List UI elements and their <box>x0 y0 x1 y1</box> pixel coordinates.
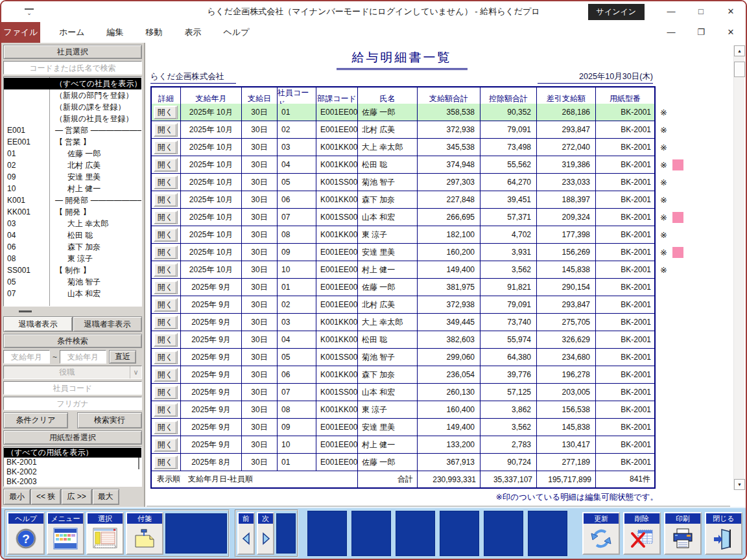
employee-list-item[interactable]: K001 開発部 <box>4 194 141 206</box>
open-detail-button[interactable]: 開く <box>154 386 178 399</box>
employee-list-item[interactable]: 03 大上 幸太郎 <box>4 218 141 229</box>
close-screen-button[interactable]: 閉じる <box>705 512 742 555</box>
table-row[interactable]: 開く 2025年 10月 30日 03 K001KK001 大上 幸太郎 345… <box>152 139 654 156</box>
child-restore-button[interactable]: ❐ <box>686 23 716 42</box>
employee-list-item[interactable]: 08 東 涼子 <box>4 253 141 264</box>
paper-type-item[interactable]: BK-2002 <box>4 467 141 477</box>
open-detail-button[interactable]: 開く <box>154 106 178 119</box>
width-narrow-button[interactable]: << 狭 <box>30 489 61 505</box>
child-minimize-button[interactable]: — <box>656 23 686 42</box>
open-detail-button[interactable]: 開く <box>154 298 178 312</box>
quick-access-chevron-icon[interactable]: ⌄ <box>25 8 34 16</box>
paper-type-item[interactable]: （すべての用紙を表示） <box>4 448 141 458</box>
table-row[interactable]: 開く 2025年 9月 30日 01 E001EE001 佐藤 一郎 381,9… <box>152 279 654 296</box>
employee-list-item[interactable]: （新規の部門を登録） <box>4 89 141 101</box>
update-button[interactable]: 更新 <box>582 512 620 555</box>
open-detail-button[interactable]: 開く <box>154 176 178 189</box>
table-row[interactable]: 開く 2025年 9月 30日 08 K001KK001 東 涼子 160,40… <box>152 401 654 419</box>
paper-type-item[interactable]: BK-2003 <box>4 477 141 487</box>
employee-list-item[interactable]: E001 営業部 <box>4 124 141 136</box>
table-row[interactable]: 開く 2025年 9月 30日 04 K001KK001 松田 聡 382,60… <box>152 331 654 349</box>
table-row[interactable]: 開く 2025年 9月 30日 09 E001EE001 安達 里美 149,4… <box>152 419 654 436</box>
employee-list-item[interactable]: 05 菊池 智子 <box>4 276 141 288</box>
file-tab[interactable]: ファイル <box>1 22 40 43</box>
table-row[interactable]: 開く 2025年 10月 30日 06 K001KK001 森下 加奈 227,… <box>152 191 654 209</box>
chevron-down-icon[interactable]: ∨ <box>130 366 141 379</box>
employee-list-item[interactable]: 07 山本 和宏 <box>4 288 141 299</box>
employee-list-item[interactable]: KK001 【 開発 】 <box>4 206 141 218</box>
open-detail-button[interactable]: 開く <box>154 211 178 224</box>
table-row[interactable]: 開く 2025年 9月 30日 10 E001EE001 村上 健一 133,2… <box>152 436 654 454</box>
menu-item[interactable]: 編集 <box>96 22 135 43</box>
scroll-down-button[interactable]: ▼ <box>734 479 745 490</box>
furigana-input[interactable] <box>3 397 142 410</box>
open-detail-button[interactable]: 開く <box>154 158 178 172</box>
table-row[interactable]: 開く 2025年 10月 30日 08 K001KK001 東 涼子 182,1… <box>152 226 654 244</box>
signin-button[interactable]: サインイン <box>588 4 645 20</box>
prev-button[interactable]: 前 <box>237 512 255 555</box>
employee-list-item[interactable]: 10 村上 健一 <box>4 183 141 194</box>
vertical-scrollbar[interactable]: ▲ ▼ <box>733 45 744 490</box>
employee-list-item[interactable]: 06 森下 加奈 <box>4 241 141 253</box>
employee-list-item[interactable]: SS001 【 制作 】 <box>4 264 141 276</box>
sidebar-splitter-handle[interactable] <box>3 309 142 314</box>
run-search-button[interactable]: 検索実行 <box>77 412 142 428</box>
open-detail-button[interactable]: 開く <box>154 141 178 154</box>
employee-list-item[interactable]: 02 北村 広美 <box>4 159 141 171</box>
clear-conditions-button[interactable]: 条件クリア <box>3 412 68 428</box>
table-row[interactable]: 開く 2025年 9月 30日 02 E001EE001 北村 広美 372,9… <box>152 296 654 314</box>
menu-item[interactable]: 表示 <box>174 22 213 43</box>
table-row[interactable]: 開く 2025年 10月 30日 10 E001EE001 村上 健一 149,… <box>152 261 654 279</box>
table-row[interactable]: 開く 2025年 9月 30日 05 K001SS001 菊池 智子 299,0… <box>152 349 654 366</box>
open-detail-button[interactable]: 開く <box>154 333 178 347</box>
open-detail-button[interactable]: 開く <box>154 246 178 259</box>
table-row[interactable]: 開く 2025年 10月 30日 05 K001SS001 菊池 智子 297,… <box>152 174 654 191</box>
retiree-tab[interactable]: 退職者非表示 <box>73 316 142 332</box>
employee-list-item[interactable]: （新規の課を登録） <box>4 101 141 113</box>
table-row[interactable]: 開く 2025年 9月 30日 03 K001KK001 大上 幸太郎 349,… <box>152 314 654 331</box>
employee-list-item[interactable]: 01 佐藤 一郎 <box>4 148 141 159</box>
close-button[interactable]: ✕ <box>716 2 746 21</box>
employee-list-item[interactable]: EE001 【 営業 】 <box>4 136 141 148</box>
menu-button[interactable]: メニュー <box>47 512 84 555</box>
pay-month-from-input[interactable] <box>3 350 50 364</box>
employee-list-item[interactable]: （新規の社員を登録） <box>4 113 141 124</box>
child-close-button[interactable]: ✕ <box>716 23 746 42</box>
open-detail-button[interactable]: 開く <box>154 263 178 277</box>
minimize-button[interactable]: — <box>656 2 686 21</box>
width-wide-button[interactable]: 広 >> <box>61 489 91 505</box>
menu-item[interactable]: 移動 <box>135 22 174 43</box>
recent-button[interactable]: 直近 <box>109 350 136 364</box>
open-detail-button[interactable]: 開く <box>154 123 178 137</box>
open-detail-button[interactable]: 開く <box>154 403 178 417</box>
paper-type-item[interactable]: BK-2001 <box>4 458 141 467</box>
menu-item[interactable]: ホーム <box>48 22 96 43</box>
open-detail-button[interactable]: 開く <box>154 193 178 207</box>
table-row[interactable]: 開く 2025年 10月 30日 02 E001EE001 北村 広美 372,… <box>152 121 654 139</box>
open-detail-button[interactable]: 開く <box>154 228 178 242</box>
print-button[interactable]: 印刷 <box>664 512 702 555</box>
open-detail-button[interactable]: 開く <box>154 316 178 329</box>
table-row[interactable]: 開く 2025年 10月 30日 01 E001EE001 佐藤 一郎 358,… <box>152 104 654 121</box>
help-button[interactable]: ヘルプ ? <box>7 512 45 555</box>
delete-button[interactable]: 削除 <box>623 512 661 555</box>
horizontal-scrollbar[interactable] <box>147 506 730 507</box>
open-detail-button[interactable]: 開く <box>154 281 178 294</box>
scrollbar-thumb[interactable] <box>734 62 745 77</box>
scroll-up-button[interactable]: ▲ <box>734 45 745 56</box>
retiree-tab[interactable]: 退職者表示 <box>3 316 73 332</box>
table-row[interactable]: 開く 2025年 8月 30日 01 E001EE001 佐藤 一郎 367,9… <box>152 454 654 471</box>
select-button[interactable]: 選択 <box>86 512 124 555</box>
open-detail-button[interactable]: 開く <box>154 351 178 364</box>
sticky-note-button[interactable]: 付箋 <box>126 512 163 555</box>
open-detail-button[interactable]: 開く <box>154 421 178 434</box>
next-button[interactable]: 次 <box>257 512 274 555</box>
paper-list-scrollbar[interactable] <box>138 458 139 469</box>
table-row[interactable]: 開く 2025年 9月 30日 07 K001SS001 山本 和宏 260,1… <box>152 384 654 401</box>
open-detail-button[interactable]: 開く <box>154 368 178 382</box>
table-row[interactable]: 開く 2025年 9月 30日 06 K001KK001 森下 加奈 236,0… <box>152 366 654 384</box>
employee-search-input[interactable] <box>3 61 142 75</box>
width-min-button[interactable]: 最小 <box>3 489 30 505</box>
open-detail-button[interactable]: 開く <box>154 456 178 469</box>
pay-month-to-input[interactable] <box>60 350 106 364</box>
